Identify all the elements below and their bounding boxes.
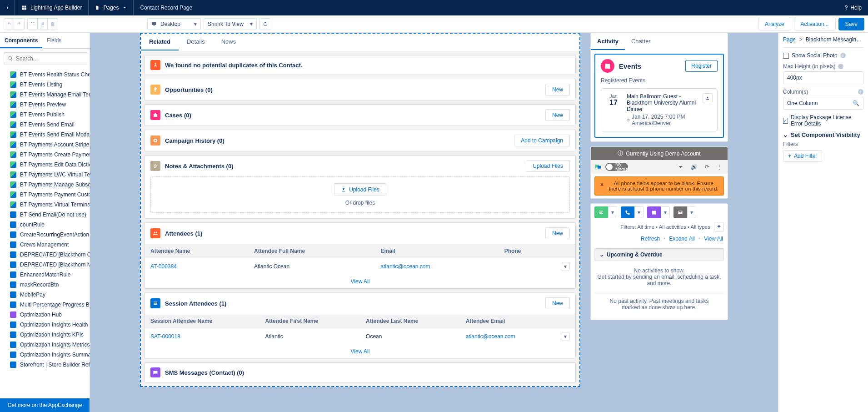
email-dropdown[interactable]: ▾ bbox=[687, 206, 696, 218]
crumb-page[interactable]: Page bbox=[783, 36, 796, 43]
pkg-error-checkbox[interactable]: ✓ bbox=[783, 118, 788, 124]
more-icon[interactable]: ⋮ bbox=[715, 164, 724, 170]
app-builder-button[interactable]: Lightning App Builder bbox=[15, 0, 89, 15]
activity-timeline[interactable]: ▾ ▾ ▾ ▾ Filters: All time • All activiti… bbox=[590, 203, 728, 320]
tab-related[interactable]: Related bbox=[141, 34, 179, 50]
upload-files-inline-button[interactable]: Upload Files bbox=[334, 183, 386, 196]
component-item[interactable]: BT Payments Account Stripe Cus... bbox=[0, 140, 90, 150]
sound-icon[interactable]: 🔊 bbox=[689, 164, 699, 170]
tab-fields[interactable]: Fields bbox=[42, 33, 66, 48]
add-to-campaign-button[interactable]: Add to Campaign bbox=[514, 135, 570, 146]
upcoming-section[interactable]: ⌄ Upcoming & Overdue bbox=[594, 248, 724, 261]
session-attendees-card[interactable]: Session Attendees (1) New Session Attend… bbox=[145, 292, 576, 359]
component-item[interactable]: DEPRECATED [Blackthorn Conve... bbox=[0, 250, 90, 260]
attendees-view-all[interactable]: View All bbox=[351, 278, 370, 285]
component-item[interactable]: countRule bbox=[0, 220, 90, 230]
row-menu-button[interactable]: ▾ bbox=[561, 262, 570, 271]
component-item[interactable]: MobilePay bbox=[0, 290, 90, 300]
event-item[interactable]: Jan 17 Main Ballroom Guest - Blackthorn … bbox=[601, 88, 718, 131]
campaign-card[interactable]: Campaign History (0) Add to Campaign bbox=[145, 130, 576, 151]
event-dropdown[interactable]: ▾ bbox=[661, 206, 670, 218]
search-input[interactable] bbox=[16, 55, 84, 62]
visibility-section[interactable]: ⌄ Set Component Visibility bbox=[783, 131, 863, 138]
appexchange-button[interactable]: Get more on the AppExchange bbox=[0, 398, 90, 412]
cases-new-button[interactable]: New bbox=[545, 109, 570, 121]
component-item[interactable]: maskRecordBtn bbox=[0, 280, 90, 290]
task-button[interactable] bbox=[594, 206, 608, 218]
info-icon[interactable]: i bbox=[838, 64, 843, 69]
component-item[interactable]: Optimization Insights KPIs bbox=[0, 330, 90, 340]
event-button[interactable] bbox=[647, 206, 661, 218]
session-new-button[interactable]: New bbox=[545, 297, 570, 309]
help-button[interactable]: ? Help bbox=[838, 5, 868, 11]
component-item[interactable]: Optimization Insights Health Che... bbox=[0, 320, 90, 330]
component-item[interactable]: BT Send Email(Do not use) bbox=[0, 210, 90, 220]
sess-email-link[interactable]: atlantic@ocean.com bbox=[466, 333, 515, 340]
upload-files-button[interactable]: Upload Files bbox=[526, 160, 570, 172]
component-item[interactable]: BT Payments Payment Customer... bbox=[0, 190, 90, 200]
attendee-link[interactable]: AT-000384 bbox=[150, 263, 177, 270]
columns-select[interactable]: One Column 🔍 bbox=[783, 97, 863, 110]
refresh-button[interactable] bbox=[259, 18, 271, 30]
duplicates-card[interactable]: We found no potential duplicates of this… bbox=[145, 55, 576, 75]
component-item[interactable]: BT Events Send Email Modal bbox=[0, 130, 90, 140]
analyze-button[interactable]: Analyze bbox=[758, 18, 791, 30]
event-action-button[interactable] bbox=[703, 93, 713, 103]
component-item[interactable]: BT Events Send Email bbox=[0, 120, 90, 130]
component-item[interactable]: BT Events Health Status Check bbox=[0, 70, 90, 80]
add-filter-button[interactable]: + Add Filter bbox=[783, 150, 822, 162]
notes-card[interactable]: Notes & Attachments (0) Upload Files Upl… bbox=[145, 155, 576, 219]
component-item[interactable]: Crews Management bbox=[0, 240, 90, 250]
attendees-new-button[interactable]: New bbox=[545, 227, 570, 239]
refresh-link[interactable]: Refresh bbox=[641, 236, 660, 242]
component-item[interactable]: BT Events Preview bbox=[0, 100, 90, 110]
email-button[interactable] bbox=[673, 206, 687, 218]
component-item[interactable]: CreateRecurringEventAction bbox=[0, 230, 90, 240]
viewall-link[interactable]: View All bbox=[704, 236, 723, 242]
show-social-checkbox[interactable] bbox=[783, 53, 789, 59]
activity-card[interactable]: Activity Chatter Events Register Registe… bbox=[590, 33, 728, 142]
tab-news[interactable]: News bbox=[213, 34, 244, 50]
activation-button[interactable]: Activation... bbox=[794, 18, 836, 30]
component-item[interactable]: BT Payments Virtual Terminal bbox=[0, 200, 90, 210]
max-height-input[interactable]: 400px bbox=[783, 71, 863, 84]
expand-link[interactable]: Expand All bbox=[669, 236, 695, 242]
cut-button[interactable] bbox=[28, 19, 38, 30]
attendees-card[interactable]: Attendees (1) New Attendee Name Attendee… bbox=[145, 222, 576, 289]
cases-card[interactable]: Cases (0) New bbox=[145, 104, 576, 126]
component-item[interactable]: Optimization Insights Summary bbox=[0, 350, 90, 360]
component-item[interactable]: BT Events Publish bbox=[0, 110, 90, 120]
call-button[interactable] bbox=[621, 206, 634, 218]
component-item[interactable]: BT Payments Create Payment M... bbox=[0, 150, 90, 160]
save-button[interactable]: Save bbox=[838, 18, 864, 30]
info-icon[interactable]: i bbox=[840, 53, 846, 58]
device-select[interactable]: Desktop ▾ bbox=[147, 18, 201, 30]
view-select[interactable]: Shrink To View ▾ bbox=[204, 18, 257, 30]
component-item[interactable]: BT Payments LWC Virtual Terminal bbox=[0, 170, 90, 180]
tab-chatter[interactable]: Chatter bbox=[625, 33, 657, 50]
component-item[interactable]: BT Events Listing bbox=[0, 80, 90, 90]
info-icon[interactable]: i bbox=[858, 89, 863, 95]
messaging-component[interactable]: ⓘ Currently Using Demo Account My Msg(s)… bbox=[590, 146, 728, 199]
opportunities-new-button[interactable]: New bbox=[545, 84, 570, 95]
component-item[interactable]: DEPRECATED [Blackthorn Messa... bbox=[0, 260, 90, 270]
pages-dropdown[interactable]: Pages bbox=[89, 0, 134, 15]
file-drop-zone[interactable]: Upload Files Or drop files bbox=[150, 176, 570, 213]
sms-card[interactable]: SMS Messages (Contact) (0) bbox=[145, 362, 576, 382]
tab-activity[interactable]: Activity bbox=[591, 33, 625, 50]
component-item[interactable]: Storefront | Store Builder Refres... bbox=[0, 360, 90, 370]
tab-components[interactable]: Components bbox=[0, 33, 42, 48]
call-dropdown[interactable]: ▾ bbox=[634, 206, 644, 218]
tab-details[interactable]: Details bbox=[179, 34, 213, 50]
reload-icon[interactable]: ⟳ bbox=[703, 164, 711, 170]
component-item[interactable]: BT Payments Edit Data Dictionary bbox=[0, 160, 90, 170]
main-column[interactable]: Related Details News We found no potenti… bbox=[140, 33, 580, 387]
back-button[interactable] bbox=[0, 0, 15, 15]
component-item[interactable]: Optimization Insights Metrics bbox=[0, 340, 90, 350]
attendee-email-link[interactable]: atlantic@ocean.com bbox=[381, 263, 430, 270]
register-button[interactable]: Register bbox=[685, 60, 718, 72]
component-item[interactable]: EnhancedMatchRule bbox=[0, 270, 90, 280]
my-msgs-toggle[interactable]: My Msg(s) bbox=[605, 163, 628, 171]
events-component-selected[interactable]: Events Register Registered Events Jan 17… bbox=[594, 54, 724, 138]
component-item[interactable]: BT Events Manage Email Template bbox=[0, 90, 90, 100]
